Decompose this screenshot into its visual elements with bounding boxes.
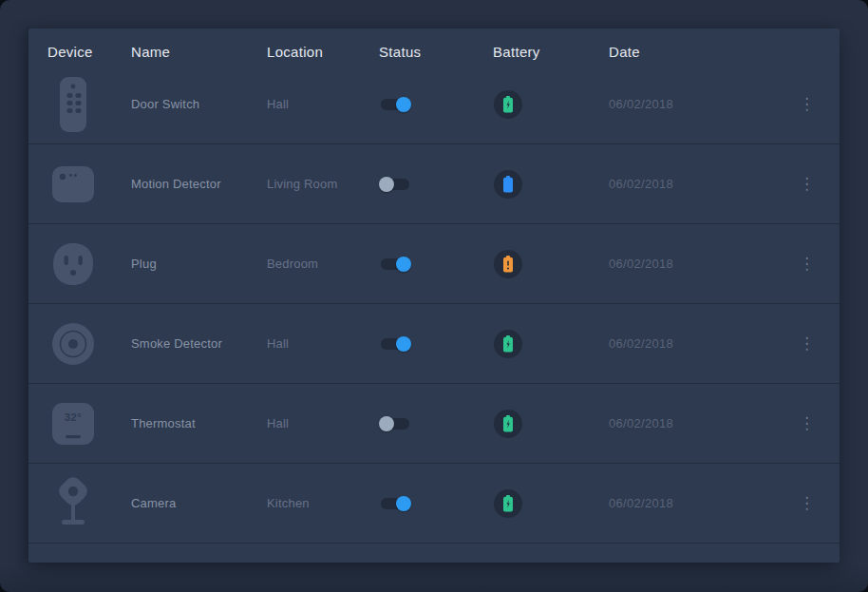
table-header-row: Device Name Location Status Battery Date: [28, 29, 840, 65]
toggle-knob: [396, 97, 411, 112]
battery-badge: [494, 90, 522, 119]
device-date: 06/02/2018: [609, 257, 781, 271]
device-date: 06/02/2018: [609, 177, 781, 191]
device-location: Hall: [267, 336, 379, 351]
battery-charging-icon: [502, 96, 514, 113]
smoke-detector-icon: [51, 315, 95, 372]
toggle-knob: [379, 416, 394, 431]
device-location: Living Room: [267, 177, 379, 191]
column-header-battery: Battery: [493, 44, 609, 60]
device-location: Kitchen: [267, 496, 379, 510]
battery-charging-icon: [502, 415, 514, 432]
battery-badge: [494, 330, 522, 358]
status-toggle[interactable]: [381, 418, 409, 430]
device-name: Thermostat: [131, 416, 267, 430]
status-toggle[interactable]: [381, 338, 409, 350]
row-menu-button[interactable]: ⋮: [795, 174, 819, 194]
device-row: Camera Kitchen 06/02/2018 ⋮: [28, 464, 840, 544]
motion-detector-icon: [51, 156, 95, 213]
device-table-body: Door Switch Hall 06/02/2018 ⋮ Motion Det…: [28, 65, 840, 563]
device-name: Motion Detector: [131, 177, 267, 191]
row-menu-button[interactable]: ⋮: [795, 334, 819, 353]
status-toggle[interactable]: [381, 258, 409, 270]
battery-full-icon: [502, 176, 514, 193]
device-row: Door Switch Hall 06/02/2018 ⋮: [28, 65, 840, 144]
device-name: Camera: [131, 496, 267, 510]
device-row: Plug Bedroom 06/02/2018 ⋮: [28, 224, 840, 304]
device-date: 06/02/2018: [609, 496, 781, 510]
device-location: Bedroom: [267, 257, 379, 271]
toggle-knob: [396, 257, 411, 272]
thermostat-icon: [51, 395, 95, 452]
thermostat-temp-label: 32°: [51, 411, 95, 423]
device-name: Smoke Detector: [131, 336, 267, 351]
device-location: Hall: [267, 97, 379, 111]
row-menu-button[interactable]: ⋮: [795, 254, 819, 274]
device-date: 06/02/2018: [609, 336, 781, 351]
column-header-date: Date: [609, 44, 781, 60]
plug-icon: [51, 236, 95, 293]
battery-badge: [494, 250, 522, 278]
row-menu-button[interactable]: ⋮: [795, 413, 819, 433]
toggle-knob: [396, 336, 411, 352]
battery-badge: [494, 170, 522, 199]
app-window: Device Name Location Status Battery Date…: [0, 0, 868, 592]
column-header-device: Device: [47, 44, 131, 60]
device-name: Door Switch: [131, 97, 267, 111]
device-name: Plug: [131, 257, 267, 271]
device-row: Motion Detector Living Room 06/02/2018 ⋮: [28, 144, 840, 224]
devices-table-card: Device Name Location Status Battery Date…: [28, 29, 840, 563]
row-menu-button[interactable]: ⋮: [795, 493, 819, 513]
column-header-name: Name: [131, 44, 267, 60]
toggle-knob: [396, 496, 411, 511]
battery-charging-icon: [502, 335, 514, 353]
battery-alert-icon: [502, 256, 514, 273]
battery-badge: [494, 489, 522, 518]
toggle-knob: [379, 177, 394, 192]
device-date: 06/02/2018: [609, 97, 781, 111]
device-row: Smoke Detector Hall 06/02/2018 ⋮: [28, 304, 840, 384]
column-header-status: Status: [379, 44, 493, 60]
battery-charging-icon: [502, 495, 514, 512]
device-date: 06/02/2018: [609, 416, 781, 430]
device-row: 32° Thermostat Hall 06/02/2018 ⋮: [28, 384, 840, 464]
battery-badge: [494, 410, 522, 438]
camera-icon: [51, 475, 95, 532]
remote-icon: [51, 76, 95, 133]
row-menu-button[interactable]: ⋮: [795, 94, 819, 114]
column-header-location: Location: [267, 44, 379, 60]
status-toggle[interactable]: [381, 99, 409, 110]
status-toggle[interactable]: [381, 498, 409, 509]
device-location: Hall: [267, 416, 379, 430]
status-toggle[interactable]: [381, 179, 409, 190]
